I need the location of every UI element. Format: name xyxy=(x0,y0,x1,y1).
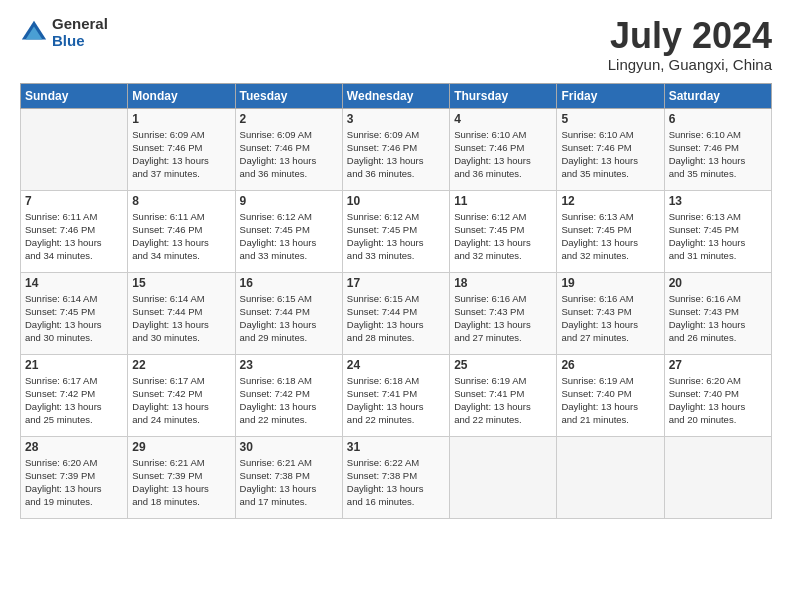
table-row: 9Sunrise: 6:12 AMSunset: 7:45 PMDaylight… xyxy=(235,190,342,272)
day-number: 10 xyxy=(347,194,445,208)
table-row: 16Sunrise: 6:15 AMSunset: 7:44 PMDayligh… xyxy=(235,272,342,354)
day-info: Sunrise: 6:16 AMSunset: 7:43 PMDaylight:… xyxy=(454,292,552,345)
table-row: 11Sunrise: 6:12 AMSunset: 7:45 PMDayligh… xyxy=(450,190,557,272)
day-number: 29 xyxy=(132,440,230,454)
logo-text: General Blue xyxy=(52,16,108,49)
logo: General Blue xyxy=(20,16,108,49)
calendar-week-row: 7Sunrise: 6:11 AMSunset: 7:46 PMDaylight… xyxy=(21,190,772,272)
table-row: 25Sunrise: 6:19 AMSunset: 7:41 PMDayligh… xyxy=(450,354,557,436)
table-row: 5Sunrise: 6:10 AMSunset: 7:46 PMDaylight… xyxy=(557,108,664,190)
day-number: 14 xyxy=(25,276,123,290)
day-number: 4 xyxy=(454,112,552,126)
day-number: 31 xyxy=(347,440,445,454)
table-row: 20Sunrise: 6:16 AMSunset: 7:43 PMDayligh… xyxy=(664,272,771,354)
day-info: Sunrise: 6:18 AMSunset: 7:42 PMDaylight:… xyxy=(240,374,338,427)
table-row: 17Sunrise: 6:15 AMSunset: 7:44 PMDayligh… xyxy=(342,272,449,354)
day-number: 13 xyxy=(669,194,767,208)
day-number: 18 xyxy=(454,276,552,290)
table-row: 23Sunrise: 6:18 AMSunset: 7:42 PMDayligh… xyxy=(235,354,342,436)
day-info: Sunrise: 6:21 AMSunset: 7:38 PMDaylight:… xyxy=(240,456,338,509)
day-info: Sunrise: 6:10 AMSunset: 7:46 PMDaylight:… xyxy=(561,128,659,181)
table-row: 7Sunrise: 6:11 AMSunset: 7:46 PMDaylight… xyxy=(21,190,128,272)
table-row: 30Sunrise: 6:21 AMSunset: 7:38 PMDayligh… xyxy=(235,436,342,518)
header-tuesday: Tuesday xyxy=(235,83,342,108)
day-info: Sunrise: 6:21 AMSunset: 7:39 PMDaylight:… xyxy=(132,456,230,509)
day-info: Sunrise: 6:16 AMSunset: 7:43 PMDaylight:… xyxy=(669,292,767,345)
header-thursday: Thursday xyxy=(450,83,557,108)
day-info: Sunrise: 6:10 AMSunset: 7:46 PMDaylight:… xyxy=(669,128,767,181)
calendar-week-row: 1Sunrise: 6:09 AMSunset: 7:46 PMDaylight… xyxy=(21,108,772,190)
day-info: Sunrise: 6:10 AMSunset: 7:46 PMDaylight:… xyxy=(454,128,552,181)
header: General Blue July 2024 Lingyun, Guangxi,… xyxy=(20,16,772,73)
logo-blue-text: Blue xyxy=(52,33,108,50)
day-number: 27 xyxy=(669,358,767,372)
day-number: 5 xyxy=(561,112,659,126)
table-row xyxy=(21,108,128,190)
table-row: 12Sunrise: 6:13 AMSunset: 7:45 PMDayligh… xyxy=(557,190,664,272)
day-info: Sunrise: 6:19 AMSunset: 7:41 PMDaylight:… xyxy=(454,374,552,427)
day-number: 8 xyxy=(132,194,230,208)
table-row: 14Sunrise: 6:14 AMSunset: 7:45 PMDayligh… xyxy=(21,272,128,354)
day-info: Sunrise: 6:12 AMSunset: 7:45 PMDaylight:… xyxy=(347,210,445,263)
day-number: 25 xyxy=(454,358,552,372)
day-number: 21 xyxy=(25,358,123,372)
header-wednesday: Wednesday xyxy=(342,83,449,108)
table-row xyxy=(450,436,557,518)
logo-general-text: General xyxy=(52,16,108,33)
table-row: 6Sunrise: 6:10 AMSunset: 7:46 PMDaylight… xyxy=(664,108,771,190)
calendar-header-row: Sunday Monday Tuesday Wednesday Thursday… xyxy=(21,83,772,108)
table-row: 15Sunrise: 6:14 AMSunset: 7:44 PMDayligh… xyxy=(128,272,235,354)
day-info: Sunrise: 6:13 AMSunset: 7:45 PMDaylight:… xyxy=(561,210,659,263)
day-number: 17 xyxy=(347,276,445,290)
day-info: Sunrise: 6:13 AMSunset: 7:45 PMDaylight:… xyxy=(669,210,767,263)
table-row: 26Sunrise: 6:19 AMSunset: 7:40 PMDayligh… xyxy=(557,354,664,436)
table-row: 27Sunrise: 6:20 AMSunset: 7:40 PMDayligh… xyxy=(664,354,771,436)
title-area: July 2024 Lingyun, Guangxi, China xyxy=(608,16,772,73)
day-number: 30 xyxy=(240,440,338,454)
header-friday: Friday xyxy=(557,83,664,108)
table-row: 8Sunrise: 6:11 AMSunset: 7:46 PMDaylight… xyxy=(128,190,235,272)
day-info: Sunrise: 6:20 AMSunset: 7:40 PMDaylight:… xyxy=(669,374,767,427)
day-info: Sunrise: 6:17 AMSunset: 7:42 PMDaylight:… xyxy=(25,374,123,427)
table-row: 2Sunrise: 6:09 AMSunset: 7:46 PMDaylight… xyxy=(235,108,342,190)
page: General Blue July 2024 Lingyun, Guangxi,… xyxy=(0,0,792,612)
day-number: 3 xyxy=(347,112,445,126)
day-info: Sunrise: 6:15 AMSunset: 7:44 PMDaylight:… xyxy=(240,292,338,345)
day-number: 11 xyxy=(454,194,552,208)
day-number: 6 xyxy=(669,112,767,126)
calendar-week-row: 21Sunrise: 6:17 AMSunset: 7:42 PMDayligh… xyxy=(21,354,772,436)
day-info: Sunrise: 6:17 AMSunset: 7:42 PMDaylight:… xyxy=(132,374,230,427)
day-info: Sunrise: 6:14 AMSunset: 7:44 PMDaylight:… xyxy=(132,292,230,345)
table-row: 13Sunrise: 6:13 AMSunset: 7:45 PMDayligh… xyxy=(664,190,771,272)
day-number: 1 xyxy=(132,112,230,126)
main-title: July 2024 xyxy=(608,16,772,56)
table-row: 21Sunrise: 6:17 AMSunset: 7:42 PMDayligh… xyxy=(21,354,128,436)
day-info: Sunrise: 6:18 AMSunset: 7:41 PMDaylight:… xyxy=(347,374,445,427)
day-info: Sunrise: 6:14 AMSunset: 7:45 PMDaylight:… xyxy=(25,292,123,345)
calendar-table: Sunday Monday Tuesday Wednesday Thursday… xyxy=(20,83,772,519)
day-number: 2 xyxy=(240,112,338,126)
day-number: 23 xyxy=(240,358,338,372)
header-sunday: Sunday xyxy=(21,83,128,108)
table-row: 31Sunrise: 6:22 AMSunset: 7:38 PMDayligh… xyxy=(342,436,449,518)
table-row: 19Sunrise: 6:16 AMSunset: 7:43 PMDayligh… xyxy=(557,272,664,354)
calendar-week-row: 28Sunrise: 6:20 AMSunset: 7:39 PMDayligh… xyxy=(21,436,772,518)
day-number: 28 xyxy=(25,440,123,454)
day-number: 24 xyxy=(347,358,445,372)
table-row: 29Sunrise: 6:21 AMSunset: 7:39 PMDayligh… xyxy=(128,436,235,518)
day-info: Sunrise: 6:11 AMSunset: 7:46 PMDaylight:… xyxy=(25,210,123,263)
day-info: Sunrise: 6:09 AMSunset: 7:46 PMDaylight:… xyxy=(347,128,445,181)
day-info: Sunrise: 6:09 AMSunset: 7:46 PMDaylight:… xyxy=(132,128,230,181)
logo-icon xyxy=(20,19,48,47)
day-number: 20 xyxy=(669,276,767,290)
header-monday: Monday xyxy=(128,83,235,108)
table-row: 10Sunrise: 6:12 AMSunset: 7:45 PMDayligh… xyxy=(342,190,449,272)
day-info: Sunrise: 6:09 AMSunset: 7:46 PMDaylight:… xyxy=(240,128,338,181)
table-row: 18Sunrise: 6:16 AMSunset: 7:43 PMDayligh… xyxy=(450,272,557,354)
table-row: 1Sunrise: 6:09 AMSunset: 7:46 PMDaylight… xyxy=(128,108,235,190)
day-info: Sunrise: 6:11 AMSunset: 7:46 PMDaylight:… xyxy=(132,210,230,263)
header-saturday: Saturday xyxy=(664,83,771,108)
day-info: Sunrise: 6:12 AMSunset: 7:45 PMDaylight:… xyxy=(454,210,552,263)
day-number: 19 xyxy=(561,276,659,290)
day-number: 7 xyxy=(25,194,123,208)
